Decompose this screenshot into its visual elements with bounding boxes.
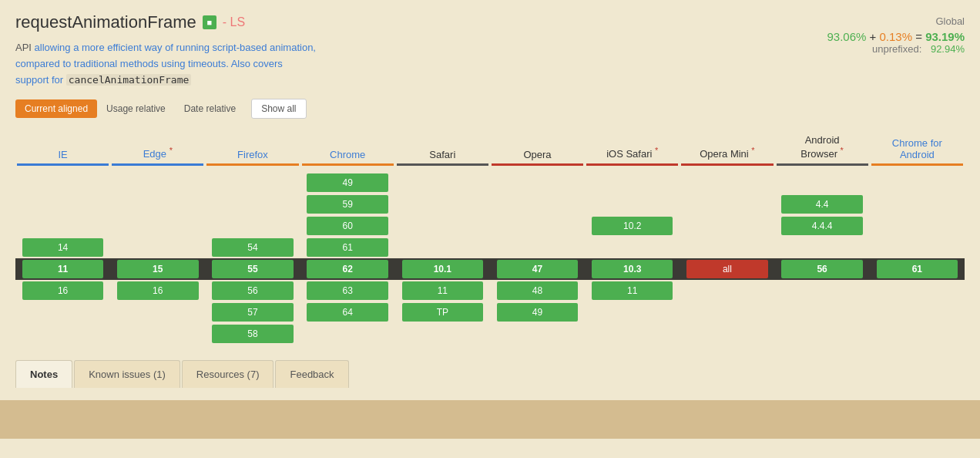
version-cell: 61 <box>870 258 965 280</box>
version-badge: 54 <box>212 238 293 257</box>
version-cell: 15 <box>110 258 205 280</box>
filter-current-aligned[interactable]: Current aligned <box>15 99 97 118</box>
global-label: Global <box>827 15 965 27</box>
browser-ie: IE <box>15 131 110 171</box>
version-badge: 56 <box>781 260 862 278</box>
version-cell <box>680 301 774 323</box>
version-badge: 16 <box>117 281 198 300</box>
tab-notes[interactable]: Notes <box>15 360 72 388</box>
table-row: 16165663114811 <box>15 280 965 301</box>
tab-resources[interactable]: Resources (7) <box>182 360 274 388</box>
version-badge: 4.4 <box>781 195 862 214</box>
version-badge: 60 <box>307 217 388 235</box>
opera-mini-bar <box>681 163 773 166</box>
title-row: requestAnimationFrame ■ - LS <box>15 12 965 32</box>
version-cell: 16 <box>15 280 110 301</box>
version-cell <box>15 172 110 194</box>
version-cell <box>775 172 870 194</box>
android-star: * <box>841 146 844 155</box>
table-row: 1115556210.14710.3all5661 <box>15 258 965 280</box>
version-badge: 63 <box>307 281 388 300</box>
version-cell <box>110 237 205 258</box>
filter-row: Current aligned Usage relative Date rela… <box>15 99 965 119</box>
version-badge: 47 <box>497 260 578 278</box>
browser-firefox: Firefox <box>205 131 300 171</box>
table-row: 5764TP49 <box>15 301 965 323</box>
version-cell <box>110 215 205 237</box>
version-badge: 55 <box>212 260 293 278</box>
version-badge: 61 <box>307 238 388 257</box>
version-cell <box>870 237 965 258</box>
version-badge: 56 <box>212 281 293 300</box>
version-cell <box>490 323 585 345</box>
version-badge: 62 <box>307 260 388 278</box>
filter-date-relative[interactable]: Date relative <box>175 99 245 118</box>
opera-mini-star: * <box>751 146 754 155</box>
version-cell <box>15 301 110 323</box>
version-badge: 11 <box>592 281 673 300</box>
version-cell <box>680 172 774 194</box>
stats-plus: + <box>870 30 880 43</box>
version-cell: 47 <box>490 258 585 280</box>
desc-line2: compared to traditional methods using ti… <box>15 58 283 69</box>
version-cell <box>870 280 965 301</box>
version-cell <box>395 215 490 237</box>
browser-opera: Opera <box>490 131 585 171</box>
version-cell <box>395 345 490 348</box>
version-badge: 48 <box>497 281 578 300</box>
version-badge: 14 <box>22 238 103 257</box>
version-cell: 10.2 <box>585 215 680 237</box>
version-badge: 4.4.4 <box>781 217 862 235</box>
stats-panel: Global 93.06% + 0.13% = 93.19% unprefixe… <box>827 15 965 55</box>
stats-value: 93.06% + 0.13% = 93.19% <box>827 30 965 43</box>
browser-header-row: IE Edge * Firefox Chrome Safari <box>15 131 965 171</box>
browser-safari: Safari <box>395 131 490 171</box>
version-cell: TP <box>395 301 490 323</box>
version-cell: 48 <box>490 280 585 301</box>
version-cell <box>110 345 205 348</box>
version-cell <box>680 237 774 258</box>
version-cell <box>395 323 490 345</box>
version-cell <box>15 215 110 237</box>
version-badge: 64 <box>307 303 388 322</box>
version-cell <box>585 194 680 215</box>
version-cell <box>775 323 870 345</box>
chrome-android-bar <box>871 163 963 166</box>
table-row: 145461 <box>15 237 965 258</box>
version-cell <box>15 194 110 215</box>
version-cell <box>680 345 774 348</box>
page-title: requestAnimationFrame <box>15 12 196 32</box>
desc-line3: support for cancelAnimationFrame <box>15 74 191 86</box>
tab-known-issues[interactable]: Known issues (1) <box>74 360 180 388</box>
browser-ios: iOS Safari * <box>585 131 680 171</box>
version-cell: 54 <box>205 237 300 258</box>
version-cell: 49 <box>490 301 585 323</box>
version-cell: 60 <box>300 215 395 237</box>
version-cell <box>110 194 205 215</box>
version-cell: 49 <box>300 172 395 194</box>
version-cell: 63 <box>300 280 395 301</box>
version-cell: 4.4.4 <box>775 215 870 237</box>
version-cell: 56 <box>205 280 300 301</box>
version-cell <box>395 237 490 258</box>
filter-show-all[interactable]: Show all <box>251 99 306 119</box>
ios-bar <box>586 163 678 166</box>
version-cell <box>205 345 300 348</box>
tab-feedback[interactable]: Feedback <box>275 360 348 388</box>
version-cell <box>775 237 870 258</box>
version-badge: TP <box>402 303 483 322</box>
unprefixed-label: unprefixed: <box>872 43 921 55</box>
table-row: 58 <box>15 323 965 345</box>
version-cell <box>490 237 585 258</box>
version-cell: 62 <box>300 258 395 280</box>
stats-percent1: 93.06% <box>827 30 866 43</box>
version-cell <box>205 172 300 194</box>
edge-bar <box>112 163 203 166</box>
stats-total: 93.19% <box>925 30 965 43</box>
version-badge: 57 <box>212 303 293 322</box>
version-cell <box>870 194 965 215</box>
filter-usage-relative[interactable]: Usage relative <box>97 99 175 118</box>
firefox-bar <box>206 163 298 166</box>
version-cell <box>110 301 205 323</box>
version-cell <box>490 172 585 194</box>
